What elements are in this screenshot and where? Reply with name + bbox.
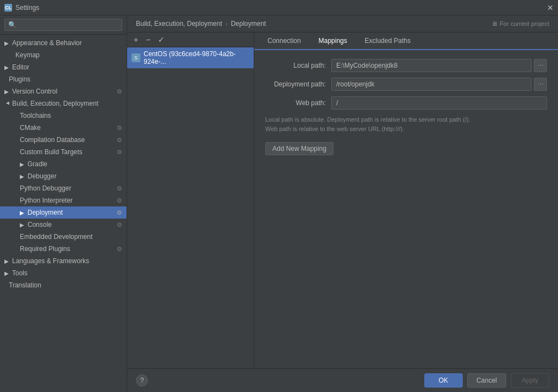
sidebar-item-label: Debugger	[28, 172, 57, 180]
sidebar-item-label: Appearance & Behavior	[12, 39, 82, 47]
web-path-row: Web path:	[265, 96, 547, 110]
for-project-label: 🖥 For current project	[491, 20, 549, 27]
config-icon: ⚙	[117, 197, 122, 204]
right-panel: Connection Mappings Excluded Paths Local…	[254, 32, 558, 368]
local-path-input[interactable]	[331, 59, 532, 72]
window-title: Settings	[15, 4, 39, 12]
breadcrumb: Build, Execution, Deployment › Deploymen…	[127, 15, 558, 32]
sidebar-item-custom-build[interactable]: Custom Build Targets ⚙	[0, 146, 127, 158]
breadcrumb-path-item: Build, Execution, Deployment	[136, 20, 222, 28]
mappings-tab-content: Local path: ⋯ Deployment path: ⋯	[254, 50, 558, 368]
sidebar-item-build-exec[interactable]: ▼ Build, Execution, Deployment	[0, 97, 127, 110]
server-item[interactable]: S CentOS (93c6ced4-9870-4a2b-924e-...	[127, 47, 254, 68]
sidebar-item-label: CMake	[20, 124, 41, 132]
sidebar-item-cmake[interactable]: CMake ⚙	[0, 122, 127, 134]
sidebar-item-label: Build, Execution, Deployment	[12, 100, 99, 107]
app-icon: CL	[4, 4, 12, 12]
sidebar-item-label: Console	[28, 221, 52, 228]
config-icon: ⚙	[117, 209, 122, 216]
config-icon: ⚙	[117, 88, 122, 95]
server-toolbar: + − ✓	[127, 32, 254, 47]
apply-button[interactable]: Apply	[511, 373, 549, 388]
tab-excluded-paths[interactable]: Excluded Paths	[356, 32, 419, 50]
tabs-bar: Connection Mappings Excluded Paths	[254, 32, 558, 50]
help-button[interactable]: ?	[136, 374, 148, 386]
sidebar-item-label: Custom Build Targets	[20, 148, 83, 156]
local-path-browse-button[interactable]: ⋯	[534, 59, 547, 72]
sidebar-item-plugins[interactable]: Plugins	[0, 73, 127, 85]
arrow-icon: ▶	[4, 89, 11, 95]
close-button[interactable]: ✕	[547, 4, 554, 12]
local-path-row: Local path: ⋯	[265, 59, 547, 72]
sidebar-item-label: Editor	[12, 63, 29, 71]
deployment-path-input-wrap: ⋯	[331, 78, 547, 91]
arrow-icon: ▶	[4, 270, 11, 276]
server-name: CentOS (93c6ced4-9870-4a2b-924e-...	[144, 50, 249, 66]
add-server-button[interactable]: +	[132, 35, 140, 45]
breadcrumb-separator: ›	[226, 20, 228, 27]
sidebar-item-required-plugins[interactable]: Required Plugins ⚙	[0, 243, 127, 255]
sidebar-item-tools[interactable]: ▶ Tools	[0, 267, 127, 279]
sidebar-item-label: Tools	[12, 269, 28, 277]
config-icon: ⚙	[117, 221, 122, 228]
web-path-input-wrap	[331, 96, 547, 110]
sidebar-item-label: Deployment	[28, 209, 63, 216]
arrow-icon: ▶	[20, 161, 26, 167]
sidebar-item-label: Compilation Database	[20, 136, 85, 144]
deployment-path-row: Deployment path: ⋯	[265, 78, 547, 91]
deployment-panel: + − ✓ S CentOS (93c6ced4-9870-4a2b-924e-…	[127, 32, 558, 368]
sidebar-item-label: Python Interpreter	[20, 197, 73, 204]
project-icon: 🖥	[491, 20, 497, 27]
web-path-label: Web path:	[265, 99, 331, 107]
breadcrumb-current: Deployment	[231, 20, 266, 28]
config-icon: ⚙	[117, 124, 122, 132]
local-path-label: Local path:	[265, 62, 331, 69]
cancel-button[interactable]: Cancel	[467, 373, 506, 388]
sidebar-item-python-debugger[interactable]: Python Debugger ⚙	[0, 182, 127, 194]
arrow-icon: ▶	[20, 222, 26, 228]
sidebar-item-label: Gradle	[28, 160, 47, 168]
sidebar-item-label: Keymap	[15, 51, 40, 59]
ok-button[interactable]: OK	[424, 373, 463, 388]
hint-text: Local path is absolute. Deployment path …	[265, 115, 547, 133]
sidebar-nav: ▶ Appearance & Behavior Keymap ▶ Editor …	[0, 35, 127, 392]
config-icon: ⚙	[117, 149, 122, 156]
sidebar-item-editor[interactable]: ▶ Editor	[0, 61, 127, 73]
sidebar-item-version-control[interactable]: ▶ Version Control ⚙	[0, 85, 127, 97]
sidebar-item-toolchains[interactable]: Toolchains	[0, 110, 127, 122]
content-area: Build, Execution, Deployment › Deploymen…	[127, 15, 558, 392]
sidebar-item-deployment[interactable]: ▶ Deployment ⚙	[0, 206, 127, 219]
sidebar-item-appearance[interactable]: ▶ Appearance & Behavior	[0, 37, 127, 49]
web-path-input[interactable]	[331, 96, 547, 110]
deployment-path-browse-button[interactable]: ⋯	[534, 78, 547, 91]
tab-connection[interactable]: Connection	[259, 32, 310, 50]
sidebar-item-console[interactable]: ▶ Console ⚙	[0, 219, 127, 231]
sidebar-item-keymap[interactable]: Keymap	[0, 49, 127, 61]
server-list: S CentOS (93c6ced4-9870-4a2b-924e-...	[127, 47, 254, 368]
search-input[interactable]	[4, 19, 122, 31]
sidebar-item-python-interpreter[interactable]: Python Interpreter ⚙	[0, 194, 127, 206]
arrow-icon: ▶	[4, 258, 11, 264]
sidebar-item-label: Plugins	[9, 75, 30, 83]
arrow-icon: ▶	[20, 173, 26, 179]
add-new-mapping-button[interactable]: Add New Mapping	[265, 142, 333, 155]
local-path-input-wrap: ⋯	[331, 59, 547, 72]
sidebar-item-label: Python Debugger	[20, 184, 71, 192]
sidebar-item-translation[interactable]: Translation	[0, 279, 127, 291]
tab-mappings[interactable]: Mappings	[310, 32, 356, 50]
sidebar-item-gradle[interactable]: ▶ Gradle	[0, 158, 127, 170]
sidebar-item-compilation-db[interactable]: Compilation Database ⚙	[0, 134, 127, 146]
deployment-path-input[interactable]	[331, 78, 532, 91]
sidebar: ▶ Appearance & Behavior Keymap ▶ Editor …	[0, 15, 127, 392]
arrow-icon: ▶	[4, 40, 11, 46]
apply-mapping-button[interactable]: ✓	[156, 35, 167, 45]
sidebar-item-debugger[interactable]: ▶ Debugger	[0, 170, 127, 182]
server-panel: + − ✓ S CentOS (93c6ced4-9870-4a2b-924e-…	[127, 32, 254, 368]
bottom-bar: ? OK Cancel Apply	[127, 368, 558, 392]
search-box	[0, 15, 127, 35]
sidebar-item-label: Embedded Development	[20, 233, 92, 241]
config-icon: ⚙	[117, 185, 122, 192]
sidebar-item-languages[interactable]: ▶ Languages & Frameworks	[0, 255, 127, 267]
remove-server-button[interactable]: −	[144, 35, 152, 45]
sidebar-item-embedded-dev[interactable]: Embedded Development	[0, 231, 127, 243]
